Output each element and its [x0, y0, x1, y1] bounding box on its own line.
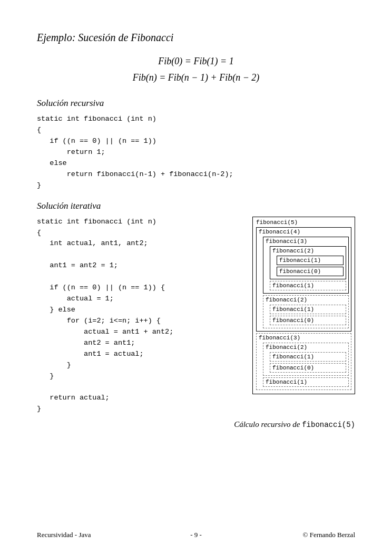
page-title: Ejemplo: Sucesión de Fibonacci — [37, 32, 355, 44]
caption: Cálculo recursivo de fibonacci(5) — [37, 420, 355, 429]
math-line1: Fib(0) = Fib(1) = 1 — [37, 53, 355, 70]
fib-box-3: fibonacci(3) fibonacci(2) fibonacci(1) f… — [263, 237, 349, 294]
iterative-code: static int fibonacci (int n) { int actua… — [37, 217, 249, 415]
recursive-code: static int fibonacci (int n) { if ((n ==… — [37, 114, 355, 191]
iterative-section: static int fibonacci (int n) { int actua… — [37, 217, 355, 415]
iterative-title: Solución iterativa — [37, 201, 355, 211]
fib-box-1e: fibonacci(1) — [263, 377, 349, 387]
footer-left: Recursividad - Java — [37, 531, 91, 539]
math-formulas: Fib(0) = Fib(1) = 1 Fib(n) = Fib(n − 1) … — [37, 53, 355, 85]
math-line2: Fib(n) = Fib(n − 1) + Fib(n − 2) — [37, 70, 355, 86]
caption-code: fibonacci(5) — [302, 421, 355, 429]
fib-box-0b: fibonacci(0) — [270, 316, 346, 325]
fib-box-3b: fibonacci(3) fibonacci(2) fibonacci(1) f… — [256, 333, 351, 390]
fib-box-1d: fibonacci(1) — [270, 352, 346, 362]
fib-top-label: fibonacci(5) — [256, 219, 351, 226]
footer-center: - 9 - — [190, 531, 202, 539]
footer-right: © Fernando Berzal — [303, 531, 355, 539]
page: Ejemplo: Sucesión de Fibonacci Fib(0) = … — [0, 0, 392, 555]
recursive-title: Solución recursiva — [37, 98, 355, 109]
fibonacci-diagram: fibonacci(5) fibonacci(4) fibonacci(3) f… — [252, 217, 355, 394]
fib-box-0c: fibonacci(0) — [270, 363, 346, 373]
fib-box-4: fibonacci(4) fibonacci(3) fibonacci(2) f… — [256, 227, 351, 332]
fib-box-1b: fibonacci(1) — [270, 281, 346, 290]
fib-box-1a: fibonacci(1) — [277, 256, 344, 265]
fib-box-0a: fibonacci(0) — [277, 267, 344, 276]
fib-box-2c: fibonacci(2) fibonacci(1) fibonacci(0) — [263, 343, 349, 376]
fib-box-1c: fibonacci(1) — [270, 305, 346, 314]
caption-text: Cálculo recursivo de — [234, 420, 300, 429]
fib-box-2a: fibonacci(2) fibonacci(1) fibonacci(0) — [270, 246, 346, 279]
fib-box-2b: fibonacci(2) fibonacci(1) fibonacci(0) — [263, 295, 349, 328]
